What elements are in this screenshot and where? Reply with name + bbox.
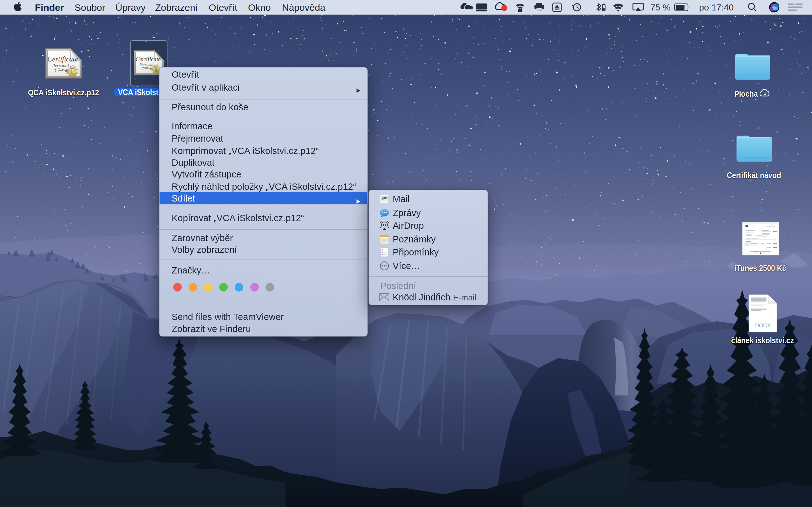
svg-text:75 %: 75 % [650, 3, 670, 12]
svg-text:po 17:40: po 17:40 [699, 3, 734, 12]
svg-text:Certificate: Certificate [47, 55, 78, 63]
svg-text:Personal: Personal [139, 62, 154, 67]
svg-text:Personal: Personal [52, 63, 69, 68]
svg-text:DOCX: DOCX [755, 323, 770, 329]
svg-text:Certificate: Certificate [136, 56, 160, 62]
svg-text:Faktura: Faktura [767, 225, 775, 228]
